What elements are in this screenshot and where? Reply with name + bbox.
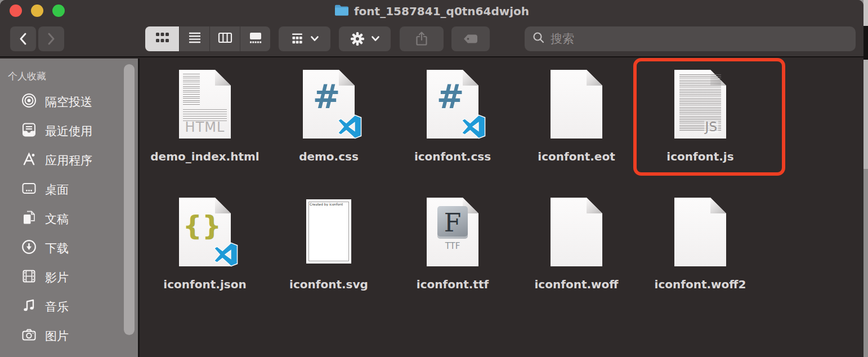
applications-icon (21, 151, 37, 169)
file-iconfont-js[interactable]: JS iconfont.js (638, 70, 762, 198)
sidebar-item-applications[interactable]: 应用程序 (0, 146, 138, 175)
chevron-right-icon (45, 32, 57, 46)
file-demo-index-html[interactable]: HTML demo_index.html (143, 70, 267, 198)
file-name: iconfont.css (414, 150, 491, 163)
gallery-view-icon (248, 30, 263, 47)
vscode-badge-icon (213, 242, 238, 269)
css-document-icon: # (427, 70, 478, 139)
recents-icon (21, 122, 37, 140)
sidebar-item-desktop[interactable]: 桌面 (0, 175, 138, 204)
vscode-badge-icon (461, 114, 486, 141)
sidebar-item-downloads[interactable]: 下载 (0, 234, 138, 263)
share-button[interactable] (400, 26, 444, 51)
sidebar-section-header: 个人收藏 (0, 68, 138, 87)
sidebar-item-pictures[interactable]: 图片 (0, 322, 138, 351)
sidebar-item-label: 下载 (45, 240, 69, 256)
file-name: demo.css (299, 150, 359, 163)
view-columns-segment[interactable] (209, 26, 240, 51)
sidebar-item-recents[interactable]: 最近使用 (0, 117, 138, 146)
sidebar-item-label: 应用程序 (45, 153, 92, 168)
share-icon (414, 31, 429, 47)
folder-icon (334, 4, 349, 19)
view-switcher (145, 26, 270, 51)
search-input[interactable] (551, 32, 848, 46)
file-name: iconfont.woff (535, 278, 619, 291)
ttf-font-icon: F TTF (427, 198, 478, 266)
group-button[interactable] (279, 26, 330, 51)
tag-icon (462, 32, 479, 46)
json-document-icon: {} (179, 198, 231, 266)
vscode-badge-icon (337, 114, 362, 141)
sidebar-item-music[interactable]: 音乐 (0, 292, 138, 322)
generic-document-icon (674, 198, 726, 266)
sidebar-item-label: 文稿 (45, 211, 69, 227)
file-browser-content: HTML demo_index.html # demo.css (140, 59, 863, 357)
view-list-segment[interactable] (179, 26, 209, 51)
documents-icon (21, 210, 37, 228)
desktop-background-strip (863, 0, 868, 357)
sidebar-item-label: 音乐 (45, 299, 69, 315)
css-document-icon: # (303, 70, 355, 139)
pictures-icon (21, 327, 37, 345)
file-name: iconfont.woff2 (655, 278, 746, 291)
file-name: iconfont.js (666, 150, 733, 163)
js-document-icon: JS (674, 70, 726, 139)
file-name: iconfont.ttf (417, 278, 489, 291)
chevron-down-icon (310, 35, 319, 42)
sidebar-item-label: 桌面 (45, 182, 69, 198)
search-icon (532, 31, 545, 47)
downloads-icon (21, 239, 37, 257)
list-view-icon (187, 30, 202, 47)
sidebar-item-label: 影片 (45, 270, 69, 285)
file-iconfont-ttf[interactable]: F TTF iconfont.ttf (391, 198, 514, 325)
file-iconfont-json[interactable]: {} iconfont.json (143, 198, 267, 325)
svg-preview-icon: Created by iconfont (306, 199, 351, 264)
columns-view-icon (217, 30, 233, 47)
tag-button[interactable] (451, 26, 490, 51)
generic-document-icon (551, 70, 602, 139)
files-grid: HTML demo_index.html # demo.css (143, 70, 762, 325)
file-name: iconfont.svg (289, 278, 368, 291)
html-document-icon: HTML (179, 70, 231, 139)
sidebar-scrollbar-thumb[interactable] (124, 64, 135, 335)
movies-icon (21, 269, 37, 287)
desktop-icon (21, 181, 37, 199)
sidebar: 个人收藏 隔空投送 最近使用 应用程序 (0, 59, 140, 357)
file-iconfont-svg[interactable]: Created by iconfont iconfont.svg (267, 198, 391, 325)
file-name: demo_index.html (150, 150, 259, 163)
file-iconfont-css[interactable]: # iconfont.css (391, 70, 514, 198)
airdrop-icon (21, 93, 37, 111)
sidebar-item-documents[interactable]: 文稿 (0, 204, 138, 234)
finder-window: font_1587841_q0tn64dwjoh (0, 0, 863, 357)
file-iconfont-eot[interactable]: iconfont.eot (514, 70, 638, 198)
music-icon (21, 298, 37, 316)
file-demo-css[interactable]: # demo.css (267, 70, 391, 198)
group-by-icon (290, 32, 305, 46)
generic-document-icon (551, 198, 602, 266)
icon-view-icon (155, 31, 170, 47)
chevron-down-icon (371, 35, 380, 42)
view-gallery-segment[interactable] (240, 26, 270, 51)
forward-button[interactable] (38, 26, 64, 51)
gear-icon (350, 31, 365, 47)
window-title-text: font_1587841_q0tn64dwjoh (354, 5, 529, 18)
file-name: iconfont.eot (538, 150, 615, 163)
window-title: font_1587841_q0tn64dwjoh (0, 0, 863, 23)
search-field[interactable] (525, 26, 856, 51)
sidebar-item-label: 隔空投送 (45, 94, 92, 110)
file-iconfont-woff2[interactable]: iconfont.woff2 (638, 198, 762, 325)
file-name: iconfont.json (163, 278, 246, 291)
action-button[interactable] (339, 26, 391, 51)
sidebar-item-label: 图片 (45, 328, 69, 344)
chevron-left-icon (17, 32, 29, 46)
sidebar-item-movies[interactable]: 影片 (0, 263, 138, 292)
sidebar-item-airdrop[interactable]: 隔空投送 (0, 87, 138, 117)
sidebar-item-label: 最近使用 (45, 123, 92, 139)
titlebar: font_1587841_q0tn64dwjoh (0, 0, 863, 23)
file-iconfont-woff[interactable]: iconfont.woff (514, 198, 638, 325)
back-button[interactable] (10, 26, 36, 51)
view-icons-segment[interactable] (145, 26, 179, 51)
toolbar (0, 23, 863, 57)
